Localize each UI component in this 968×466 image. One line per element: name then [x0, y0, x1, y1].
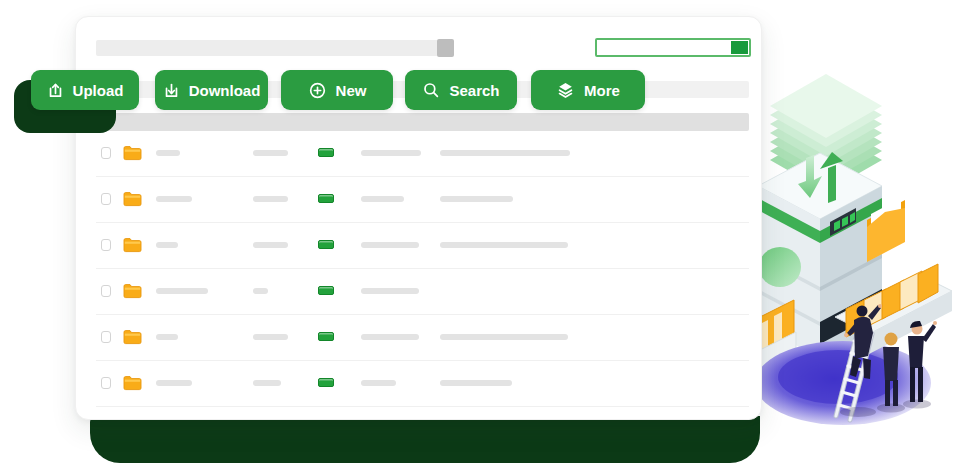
- placeholder-text-bar: [440, 150, 570, 156]
- upload-icon: [47, 82, 64, 99]
- page: Upload Download New Search More: [0, 0, 968, 466]
- table-row[interactable]: [96, 315, 749, 361]
- placeholder-text-bar: [253, 380, 281, 386]
- address-bar[interactable]: [96, 40, 454, 56]
- file-table: [96, 131, 749, 407]
- placeholder-text-bar: [440, 242, 568, 248]
- download-icon: [163, 82, 180, 99]
- placeholder-text-bar: [361, 150, 421, 156]
- new-button[interactable]: New: [281, 70, 393, 110]
- row-checkbox[interactable]: [101, 331, 111, 343]
- placeholder-text-bar: [156, 242, 178, 248]
- placeholder-text-bar: [361, 288, 419, 294]
- table-row[interactable]: [96, 131, 749, 177]
- search-button[interactable]: Search: [405, 70, 517, 110]
- status-badge: [318, 378, 334, 387]
- row-checkbox[interactable]: [101, 193, 111, 205]
- row-checkbox[interactable]: [101, 147, 111, 159]
- placeholder-text-bar: [440, 380, 512, 386]
- status-badge: [318, 332, 334, 341]
- table-row[interactable]: [96, 361, 749, 407]
- status-badge: [318, 148, 334, 157]
- address-bar-box: [437, 39, 454, 57]
- download-button-label: Download: [189, 82, 261, 99]
- more-button-label: More: [584, 82, 620, 99]
- folder-icon: [123, 191, 142, 207]
- platform-inner: [778, 350, 898, 404]
- placeholder-text-bar: [156, 288, 208, 294]
- backdrop-band: [90, 416, 760, 463]
- progress-bar-fill: [731, 41, 748, 54]
- row-checkbox[interactable]: [101, 285, 111, 297]
- placeholder-text-bar: [156, 196, 192, 202]
- folder-icon: [123, 145, 142, 161]
- folder-icon: [123, 375, 142, 391]
- placeholder-text-bar: [156, 150, 180, 156]
- placeholder-text-bar: [156, 380, 192, 386]
- placeholder-text-bar: [361, 334, 419, 340]
- placeholder-text-bar: [253, 334, 288, 340]
- search-button-label: Search: [449, 82, 499, 99]
- placeholder-text-bar: [361, 196, 404, 202]
- placeholder-text-bar: [440, 196, 513, 202]
- progress-bar: [595, 38, 751, 57]
- placeholder-text-bar: [253, 150, 288, 156]
- layers-icon: [556, 81, 575, 100]
- green-blob: [759, 247, 801, 287]
- upload-button-label: Upload: [73, 82, 124, 99]
- folder-icon: [123, 329, 142, 345]
- folder-icon: [123, 283, 142, 299]
- more-button[interactable]: More: [531, 70, 645, 110]
- search-icon: [422, 81, 440, 99]
- placeholder-text-bar: [253, 196, 288, 202]
- placeholder-text-bar: [253, 288, 268, 294]
- download-button[interactable]: Download: [155, 70, 268, 110]
- placeholder-text-bar: [156, 334, 178, 340]
- archive-illustration: [750, 62, 968, 462]
- folder-icon: [123, 237, 142, 253]
- table-header-bar: [96, 113, 749, 131]
- placeholder-text-bar: [440, 334, 568, 340]
- status-badge: [318, 194, 334, 203]
- placeholder-text-bar: [361, 380, 396, 386]
- placeholder-text-bar: [253, 242, 288, 248]
- table-row[interactable]: [96, 269, 749, 315]
- new-button-label: New: [336, 82, 367, 99]
- placeholder-text-bar: [361, 242, 419, 248]
- table-row[interactable]: [96, 177, 749, 223]
- plus-circle-icon: [308, 81, 327, 100]
- table-row[interactable]: [96, 223, 749, 269]
- status-badge: [318, 240, 334, 249]
- upload-button[interactable]: Upload: [31, 70, 139, 110]
- row-checkbox[interactable]: [101, 239, 111, 251]
- status-badge: [318, 286, 334, 295]
- row-checkbox[interactable]: [101, 377, 111, 389]
